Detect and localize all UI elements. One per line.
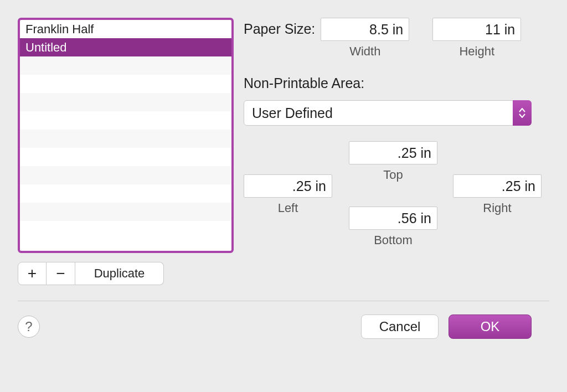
custom-paper-size-dialog: Franklin Half Untitled + −	[0, 0, 567, 392]
non-printable-area-select[interactable]: User Defined	[244, 100, 532, 126]
margin-left-input[interactable]: .25 in	[244, 174, 332, 198]
ok-button[interactable]: OK	[449, 314, 532, 339]
margin-bottom-caption: Bottom	[374, 233, 413, 247]
list-button-bar: + − Duplicate	[18, 262, 234, 285]
margin-right-input[interactable]: .25 in	[453, 174, 542, 198]
minus-icon: −	[56, 265, 65, 282]
height-caption: Height	[459, 44, 494, 59]
dropdown-value: User Defined	[252, 105, 333, 121]
height-input[interactable]: 11 in	[432, 18, 521, 41]
chevron-up-down-icon	[513, 100, 532, 126]
remove-button[interactable]: −	[47, 262, 75, 285]
list-item[interactable]: Untitled	[20, 38, 231, 56]
list-item[interactable]: Franklin Half	[20, 20, 231, 38]
margin-top-caption: Top	[383, 168, 403, 182]
list-item	[20, 111, 231, 130]
paper-size-label: Paper Size:	[244, 18, 315, 37]
list-item	[20, 166, 231, 184]
list-item	[20, 130, 231, 148]
list-item	[20, 75, 231, 93]
list-item	[20, 56, 231, 75]
cancel-button[interactable]: Cancel	[361, 314, 439, 339]
list-item	[20, 93, 231, 111]
paper-size-list[interactable]: Franklin Half Untitled	[18, 18, 234, 253]
list-item	[20, 148, 231, 166]
margin-left-caption: Left	[278, 201, 298, 215]
list-item	[20, 221, 231, 239]
width-caption: Width	[349, 44, 380, 59]
non-printable-area-label: Non-Printable Area:	[244, 75, 549, 91]
dialog-footer: ? Cancel OK	[18, 301, 549, 339]
margin-right-caption: Right	[483, 201, 511, 215]
duplicate-button[interactable]: Duplicate	[75, 262, 164, 285]
add-button[interactable]: +	[18, 262, 47, 285]
plus-icon: +	[28, 265, 37, 282]
list-item	[20, 203, 231, 221]
settings-panel: Paper Size: 8.5 in Width 11 in Height No…	[244, 18, 549, 285]
margin-top-input[interactable]: .25 in	[349, 141, 437, 164]
paper-size-list-panel: Franklin Half Untitled + −	[18, 18, 234, 285]
margins-grid: .25 in Top .25 in Left .25 in Right .56 …	[244, 141, 549, 241]
list-item	[20, 184, 231, 203]
help-button[interactable]: ?	[18, 316, 40, 338]
question-icon: ?	[25, 319, 32, 334]
margin-bottom-input[interactable]: .56 in	[349, 207, 437, 230]
width-input[interactable]: 8.5 in	[321, 18, 409, 41]
